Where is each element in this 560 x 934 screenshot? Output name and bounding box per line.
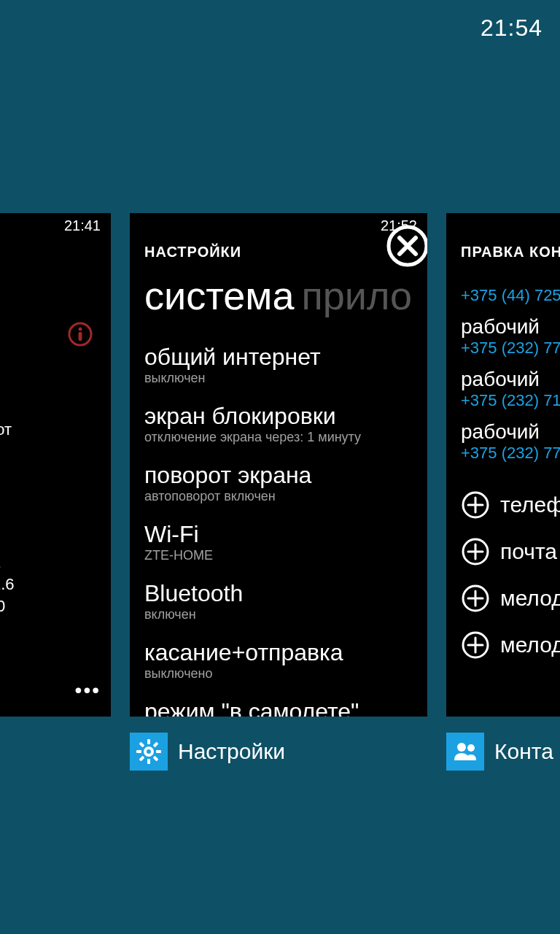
add-items: телеф почта мелод мелод <box>461 490 560 677</box>
svg-rect-10 <box>139 756 145 762</box>
task-card-center-slot: 21:52 НАСТРОЙКИ системаприло общий интер… <box>130 213 427 772</box>
setting-wifi[interactable]: Wi-Fi ZTE-HOME <box>144 522 413 563</box>
setting-internet-sharing[interactable]: общий интернет выключен <box>144 344 413 386</box>
contact-entry[interactable]: рабочий +375 (232) 717217 <box>461 368 560 410</box>
setting-subtitle: выключен <box>144 371 413 386</box>
contact-phone: +375 (232) 77557 <box>461 444 560 463</box>
add-email[interactable]: почта <box>461 537 560 566</box>
task-switcher: 21:41 тельн едены полнениях от шения Win… <box>0 213 560 772</box>
svg-rect-5 <box>147 739 150 744</box>
svg-point-18 <box>467 744 475 752</box>
svg-rect-11 <box>139 742 145 748</box>
version-text-fragment: 0.1.11 t 1.0.1.6 .6.0.20 <box>0 552 15 617</box>
pivot-tabs[interactable]: системаприло <box>144 273 412 318</box>
app-label-settings[interactable]: Настройки <box>130 731 285 772</box>
svg-rect-8 <box>156 750 161 753</box>
contact-entry[interactable]: +375 (44) 725625 <box>461 286 560 305</box>
task-card-contacts[interactable]: ПРАВКА КОНТ +375 (44) 725625 рабочий +37… <box>446 213 560 717</box>
setting-title: поворот экрана <box>144 463 413 487</box>
add-ringtone[interactable]: мелод <box>461 584 560 613</box>
settings-header: НАСТРОЙКИ <box>144 244 241 260</box>
svg-rect-9 <box>153 742 159 748</box>
contact-entry[interactable]: рабочий +375 (232) 77557 <box>461 315 560 358</box>
close-button[interactable] <box>385 223 427 269</box>
app-label-text: Конта <box>494 739 553 764</box>
setting-subtitle: ZTE-HOME <box>144 548 413 563</box>
plus-icon <box>461 537 490 566</box>
pivot-tab-apps[interactable]: прило <box>301 274 412 317</box>
setting-bluetooth[interactable]: Bluetooth включен <box>144 581 413 622</box>
status-bar-time: 21:54 <box>481 15 542 42</box>
setting-title: касание+отправка <box>144 640 413 665</box>
setting-tap-send[interactable]: касание+отправка выключено <box>144 640 413 682</box>
add-label: мелод <box>500 633 560 657</box>
setting-subtitle: отключение экрана через: 1 минуту <box>144 430 413 445</box>
settings-list: общий интернет выключен экран блокировки… <box>144 344 413 717</box>
setting-title: общий интернет <box>144 344 413 369</box>
svg-rect-7 <box>136 750 141 753</box>
setting-subtitle: автоповорот включен <box>144 489 413 504</box>
info-icon <box>67 321 93 347</box>
add-label: телеф <box>500 493 560 517</box>
task-card-left[interactable]: 21:41 тельн едены полнениях от шения Win… <box>0 213 111 717</box>
svg-rect-2 <box>79 332 82 341</box>
task-card-settings[interactable]: 21:52 НАСТРОЙКИ системаприло общий интер… <box>130 213 427 717</box>
pivot-tab-system[interactable]: система <box>144 274 294 317</box>
svg-rect-6 <box>147 759 150 764</box>
contact-label: рабочий <box>461 368 560 391</box>
setting-title: экран блокировки <box>144 404 413 428</box>
setting-airplane-mode[interactable]: режим "в самолете" выключен <box>144 699 413 717</box>
people-icon <box>446 733 484 771</box>
contact-phone: +375 (232) 717217 <box>461 391 560 410</box>
contact-entries: +375 (44) 725625 рабочий +375 (232) 7755… <box>461 286 560 473</box>
svg-point-4 <box>145 748 152 755</box>
plus-icon <box>461 490 490 520</box>
plus-icon <box>461 630 490 660</box>
contact-label: рабочий <box>461 420 560 444</box>
svg-point-1 <box>79 328 82 331</box>
setting-subtitle: включен <box>144 607 413 622</box>
contacts-header: ПРАВКА КОНТ <box>461 244 560 260</box>
add-label: почта <box>500 539 557 564</box>
setting-title: Wi-Fi <box>144 522 413 547</box>
plus-icon <box>461 584 490 613</box>
card-time: 21:41 <box>64 217 101 234</box>
contact-label: рабочий <box>461 315 560 339</box>
app-label-contacts[interactable]: Конта <box>446 731 553 772</box>
contact-phone: +375 (232) 77557 <box>461 339 560 358</box>
add-label: мелод <box>500 586 560 611</box>
svg-rect-12 <box>153 756 159 762</box>
add-ringtone-2[interactable]: мелод <box>461 630 560 660</box>
app-label-text: Настройки <box>178 739 285 764</box>
setting-title: режим "в самолете" <box>144 699 413 717</box>
ellipsis-icon[interactable]: ••• <box>75 679 101 702</box>
task-card-left-slot: 21:41 тельн едены полнениях от шения Win… <box>0 213 111 772</box>
add-phone[interactable]: телеф <box>461 490 560 520</box>
svg-point-17 <box>457 743 466 752</box>
setting-screen-rotation[interactable]: поворот экрана автоповорот включен <box>144 463 413 504</box>
gear-icon <box>130 733 168 771</box>
contact-entry[interactable]: рабочий +375 (232) 77557 <box>461 420 560 463</box>
body-text-fragment: едены полнениях от шения Windows <box>0 397 12 485</box>
setting-lock-screen[interactable]: экран блокировки отключение экрана через… <box>144 404 413 445</box>
task-card-right-slot: ПРАВКА КОНТ +375 (44) 725625 рабочий +37… <box>446 213 560 772</box>
setting-subtitle: выключено <box>144 666 413 682</box>
contact-phone: +375 (44) 725625 <box>461 286 560 305</box>
setting-title: Bluetooth <box>144 581 413 606</box>
